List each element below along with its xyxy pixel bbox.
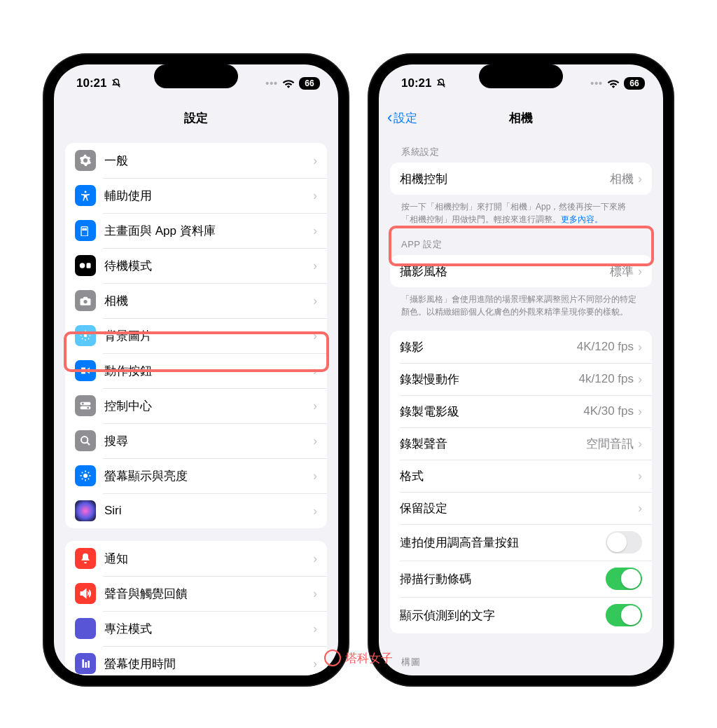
toggle-scan-qr[interactable] bbox=[606, 568, 642, 590]
row-value: 標準 bbox=[610, 263, 634, 280]
row-value: 4k/120 fps bbox=[579, 372, 634, 386]
control-center-icon bbox=[75, 395, 96, 416]
footer-camera-control: 按一下「相機控制」來打開「相機」App，然後再按一下來將「相機控制」用做快門。輕… bbox=[390, 195, 652, 226]
row-label: 掃描行動條碼 bbox=[400, 571, 606, 587]
footer-photo-style: 「攝影風格」會使用進階的場景理解來調整照片不同部分的特定顏色。以精緻細節個人化膚… bbox=[390, 287, 652, 318]
gear-icon bbox=[75, 150, 96, 171]
chevron-right-icon: › bbox=[313, 551, 317, 566]
row-label: 錄製聲音 bbox=[400, 436, 586, 452]
row-notifications[interactable]: 通知 › bbox=[65, 541, 327, 576]
back-button[interactable]: ‹ 設定 bbox=[387, 109, 417, 127]
cellular-dots-icon: ••• bbox=[590, 78, 603, 89]
row-label: 待機模式 bbox=[104, 258, 313, 274]
row-general[interactable]: 一般 › bbox=[65, 143, 327, 178]
row-display[interactable]: 螢幕顯示與亮度 › bbox=[65, 458, 327, 493]
svg-rect-1 bbox=[81, 227, 88, 236]
status-time: 10:21 bbox=[401, 76, 431, 90]
dynamic-island bbox=[154, 64, 238, 88]
page-title: 相機 bbox=[509, 110, 533, 126]
chevron-right-icon: › bbox=[638, 404, 642, 419]
screentime-icon bbox=[75, 653, 96, 674]
chevron-right-icon: › bbox=[313, 504, 317, 518]
watermark-text: 塔科女子 bbox=[345, 650, 393, 666]
focus-icon bbox=[75, 618, 96, 639]
cellular-dots-icon: ••• bbox=[265, 78, 278, 89]
row-detected-text[interactable]: 顯示偵測到的文字 bbox=[390, 597, 652, 633]
section-header-composition: 構圖 bbox=[390, 638, 652, 673]
row-focus[interactable]: 專注模式 › bbox=[65, 611, 327, 646]
row-burst-volume[interactable]: 連拍使用調高音量按鈕 bbox=[390, 524, 652, 561]
group-camera-control: 相機控制 相機 › bbox=[390, 163, 652, 195]
battery-indicator: 66 bbox=[624, 77, 645, 90]
row-apps[interactable]: 主畫面與 App 資料庫 › bbox=[65, 213, 327, 248]
svg-point-4 bbox=[80, 263, 85, 268]
row-search[interactable]: 搜尋 › bbox=[65, 423, 327, 458]
row-label: 專注模式 bbox=[104, 621, 313, 637]
back-label: 設定 bbox=[394, 110, 417, 126]
chevron-right-icon: › bbox=[313, 657, 317, 671]
svg-rect-3 bbox=[85, 228, 86, 230]
more-info-link[interactable]: 更多內容。 bbox=[561, 214, 603, 224]
row-value: 4K/30 fps bbox=[583, 404, 634, 418]
apps-icon bbox=[75, 220, 96, 241]
screen-left: 10:21 ••• 66 設定 一般 bbox=[54, 64, 338, 675]
toggle-burst-volume[interactable] bbox=[606, 531, 642, 554]
siri-icon bbox=[75, 500, 96, 521]
row-screentime[interactable]: 螢幕使用時間 › bbox=[65, 646, 327, 675]
row-formats[interactable]: 格式 › bbox=[390, 460, 652, 492]
row-control-center[interactable]: 控制中心 › bbox=[65, 388, 327, 423]
row-accessibility[interactable]: 輔助使用 › bbox=[65, 178, 327, 213]
accessibility-icon bbox=[75, 185, 96, 206]
row-camera[interactable]: 相機 › bbox=[65, 283, 327, 318]
chevron-right-icon: › bbox=[313, 188, 317, 203]
row-standby[interactable]: 待機模式 › bbox=[65, 248, 327, 283]
row-value: 4K/120 fps bbox=[577, 340, 634, 354]
chevron-right-icon: › bbox=[638, 469, 642, 483]
row-label: 背景圖片 bbox=[104, 328, 313, 344]
watermark-logo-icon bbox=[324, 650, 341, 666]
status-time: 10:21 bbox=[76, 76, 106, 90]
row-label: 相機控制 bbox=[400, 171, 610, 187]
svg-point-6 bbox=[83, 300, 87, 303]
wallpaper-icon bbox=[75, 325, 96, 346]
wifi-icon bbox=[607, 78, 620, 88]
chevron-right-icon: › bbox=[313, 259, 317, 273]
row-record-slomo[interactable]: 錄製慢動作 4k/120 fps › bbox=[390, 363, 652, 395]
row-wallpaper[interactable]: 背景圖片 › bbox=[65, 318, 327, 353]
row-photo-style[interactable]: 攝影風格 標準 › bbox=[390, 255, 652, 287]
section-header-system: 系統設定 bbox=[390, 133, 652, 163]
row-value: 空間音訊 bbox=[586, 436, 634, 452]
row-siri[interactable]: Siri › bbox=[65, 493, 327, 528]
notifications-icon bbox=[75, 548, 96, 569]
row-record-video[interactable]: 錄影 4K/120 fps › bbox=[390, 331, 652, 363]
svg-point-13 bbox=[83, 474, 88, 478]
row-label: 顯示偵測到的文字 bbox=[400, 607, 606, 624]
row-label: 錄影 bbox=[400, 339, 577, 355]
row-label: 螢幕顯示與亮度 bbox=[104, 468, 313, 484]
svg-rect-5 bbox=[87, 263, 91, 268]
chevron-right-icon: › bbox=[638, 264, 642, 279]
nav-bar: 設定 bbox=[54, 102, 338, 133]
wifi-icon bbox=[282, 78, 295, 88]
dynamic-island bbox=[479, 64, 563, 88]
bell-slash-icon bbox=[111, 78, 122, 89]
row-action-button[interactable]: 動作按鈕 › bbox=[65, 353, 327, 388]
svg-point-7 bbox=[84, 334, 88, 338]
svg-point-11 bbox=[87, 407, 89, 409]
row-preserve-settings[interactable]: 保留設定 › bbox=[390, 492, 652, 524]
row-sounds[interactable]: 聲音與觸覺回饋 › bbox=[65, 576, 327, 611]
settings-group-2: 通知 › 聲音與觸覺回饋 › 專注模式 › 螢幕使用時間 › bbox=[65, 541, 327, 675]
nav-bar: ‹ 設定 相機 bbox=[379, 102, 663, 133]
row-record-sound[interactable]: 錄製聲音 空間音訊 › bbox=[390, 427, 652, 460]
row-label: 保留設定 bbox=[400, 500, 638, 516]
standby-icon bbox=[75, 255, 96, 276]
row-label: 錄製慢動作 bbox=[400, 371, 579, 387]
chevron-right-icon: › bbox=[638, 172, 642, 186]
row-camera-control[interactable]: 相機控制 相機 › bbox=[390, 163, 652, 195]
row-scan-qr[interactable]: 掃描行動條碼 bbox=[390, 561, 652, 597]
sounds-icon bbox=[75, 583, 96, 604]
toggle-detected-text[interactable] bbox=[606, 604, 642, 626]
svg-point-0 bbox=[85, 191, 87, 193]
row-record-cinematic[interactable]: 錄製電影級 4K/30 fps › bbox=[390, 395, 652, 427]
group-photo-style: 攝影風格 標準 › bbox=[390, 255, 652, 287]
